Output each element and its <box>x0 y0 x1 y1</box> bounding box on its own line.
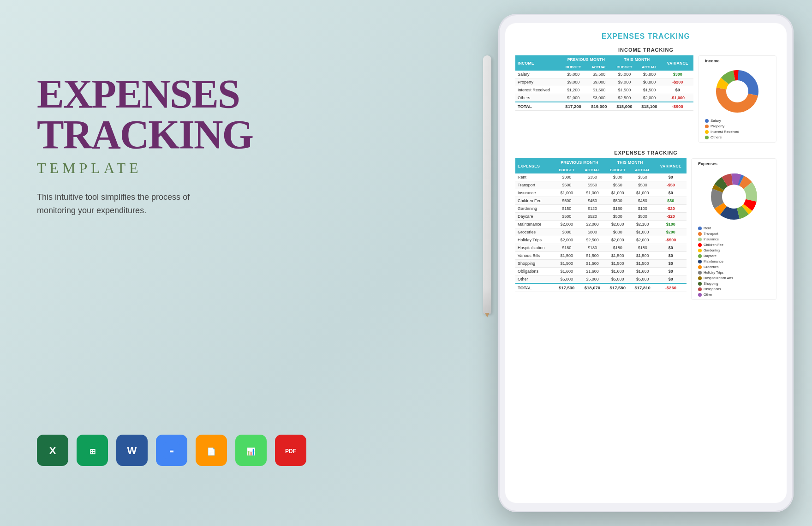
svg-point-19 <box>727 81 747 102</box>
excel-icon[interactable]: X <box>37 435 68 466</box>
exp-prev-actual-header: ACTUAL <box>579 167 605 173</box>
exp-this-actual: $5,000 <box>630 275 655 284</box>
exp-this-budget: $1,500 <box>605 252 630 260</box>
exp-variance-val: -$50 <box>655 181 687 189</box>
svg-text:📊: 📊 <box>246 447 256 456</box>
exp-label: Children Fee <box>515 197 554 205</box>
exp-prev-actual: $2,000 <box>579 221 605 228</box>
exp-prev-actual: $2,500 <box>579 236 605 244</box>
pages-icon[interactable]: 📄 <box>196 435 227 466</box>
exp-prev-budget: $5,000 <box>554 275 579 284</box>
exp-prev-actual: $120 <box>579 205 605 213</box>
exp-label: Maintenance <box>515 221 554 228</box>
this-actual: $8,800 <box>637 78 662 86</box>
this-actual: $5,800 <box>637 71 662 78</box>
tablet-device: EXPENSES TRACKING INCOME TRACKING INCOME… <box>498 14 794 512</box>
exp-this-budget: $2,000 <box>605 221 630 228</box>
exp-variance-val: $0 <box>655 244 687 252</box>
income-label: Property <box>515 78 561 86</box>
this-budget: $9,000 <box>612 78 637 86</box>
total-this-actual: $18,100 <box>637 102 662 111</box>
exp-prev-actual: $5,000 <box>579 275 605 284</box>
income-total-row: TOTAL $17,200 $19,000 $18,000 $18,100 -$… <box>515 102 693 111</box>
exp-total-this-budget: $17,580 <box>605 283 630 292</box>
exp-variance-val: $200 <box>655 228 687 236</box>
this-budget: $1,500 <box>612 86 637 94</box>
income-row: Others $2,000 $3,000 $2,500 $2,000 -$1,0… <box>515 94 693 102</box>
exp-this-budget: $500 <box>605 213 630 221</box>
income-row: Interest Received $1,200 $1,500 $1,500 $… <box>515 86 693 94</box>
exp-prev-budget: $1,600 <box>554 268 579 275</box>
variance-val: $300 <box>662 71 693 78</box>
prev-budget: $9,000 <box>561 78 586 86</box>
exp-this-budget: $150 <box>605 205 630 213</box>
exp-prev-actual: $350 <box>579 173 605 181</box>
numbers-icon[interactable]: 📊 <box>235 435 267 466</box>
total-this-budget: $18,000 <box>612 102 637 111</box>
prev-month-header: PREVIOUS MONTH <box>561 55 612 64</box>
exp-label: Transport <box>515 181 554 189</box>
exp-total-prev-actual: $18,070 <box>579 283 605 292</box>
exp-prev-actual: $800 <box>579 228 605 236</box>
income-legend: Salary Property Interest Received Others <box>705 119 739 139</box>
exp-variance-val: -$20 <box>655 205 687 213</box>
exp-prev-actual: $550 <box>579 181 605 189</box>
variance-header: VARIANCE <box>662 55 693 71</box>
expenses-row: Maintenance $2,000 $2,000 $2,000 $2,100 … <box>515 221 687 228</box>
total-variance: -$900 <box>662 102 693 111</box>
exp-this-actual: $500 <box>630 213 655 221</box>
exp-prev-budget: $500 <box>554 197 579 205</box>
left-panel: EXPENSES TRACKING TEMPLATE This intuitiv… <box>37 74 277 217</box>
exp-label: Shopping <box>515 260 554 268</box>
income-donut-svg <box>712 66 763 117</box>
tablet-screen[interactable]: EXPENSES TRACKING INCOME TRACKING INCOME… <box>505 23 787 503</box>
income-chart-title: Income <box>705 59 720 63</box>
exp-this-actual: $480 <box>630 197 655 205</box>
expenses-row: Groceries $800 $800 $800 $1,000 $200 <box>515 228 687 236</box>
expenses-row: Holiday Trips $2,000 $2,500 $2,000 $2,00… <box>515 236 687 244</box>
stylus-pencil <box>483 55 491 314</box>
exp-total-prev-budget: $17,530 <box>554 283 579 292</box>
exp-this-actual: $180 <box>630 244 655 252</box>
exp-prev-budget: $500 <box>554 213 579 221</box>
exp-prev-budget-header: BUDGET <box>554 167 579 173</box>
exp-this-actual: $2,100 <box>630 221 655 228</box>
exp-label: Hospitalization <box>515 244 554 252</box>
pdf-icon[interactable]: PDF <box>275 435 306 466</box>
exp-prev-actual: $450 <box>579 197 605 205</box>
exp-variance-val: $0 <box>655 275 687 284</box>
income-col-header: INCOME <box>515 55 561 71</box>
page-title: EXPENSES TRACKING <box>515 32 776 41</box>
exp-this-actual: $2,000 <box>630 236 655 244</box>
sheets-icon[interactable]: ⊞ <box>77 435 108 466</box>
svg-text:📄: 📄 <box>207 447 216 456</box>
prev-budget: $1,200 <box>561 86 586 94</box>
exp-this-budget: $2,000 <box>605 236 630 244</box>
expenses-tbody: Rent $300 $350 $300 $350 $0 Transport $5… <box>515 173 687 292</box>
expenses-row: Gardening $150 $120 $150 $100 -$20 <box>515 205 687 213</box>
word-icon[interactable]: W <box>116 435 148 466</box>
exp-prev-budget: $2,000 <box>554 236 579 244</box>
expenses-row: Daycare $500 $520 $500 $500 -$20 <box>515 213 687 221</box>
exp-label: Groceries <box>515 228 554 236</box>
docs-icon[interactable]: ≡ <box>156 435 187 466</box>
exp-this-actual: $1,000 <box>630 189 655 197</box>
expenses-row: Hospitalization $180 $180 $180 $180 $0 <box>515 244 687 252</box>
expenses-donut-svg <box>706 169 762 224</box>
title-line1: EXPENSES <box>37 72 239 116</box>
exp-total-variance: -$260 <box>655 283 687 292</box>
exp-this-budget: $180 <box>605 244 630 252</box>
income-label: Others <box>515 94 561 102</box>
exp-prev-actual: $520 <box>579 213 605 221</box>
expenses-table: EXPENSES PREVIOUS MONTH THIS MONTH VARIA… <box>515 158 687 292</box>
exp-prev-actual: $180 <box>579 244 605 252</box>
expenses-row: Other $5,000 $5,000 $5,000 $5,000 $0 <box>515 275 687 284</box>
expenses-row: Transport $500 $550 $550 $500 -$50 <box>515 181 687 189</box>
exp-prev-budget: $500 <box>554 181 579 189</box>
variance-val: -$1,000 <box>662 94 693 102</box>
prev-actual: $1,500 <box>586 86 612 94</box>
exp-label: Holiday Trips <box>515 236 554 244</box>
title-line2: TRACKING <box>37 112 253 157</box>
section-gap-1 <box>515 143 776 150</box>
income-label: Interest Received <box>515 86 561 94</box>
